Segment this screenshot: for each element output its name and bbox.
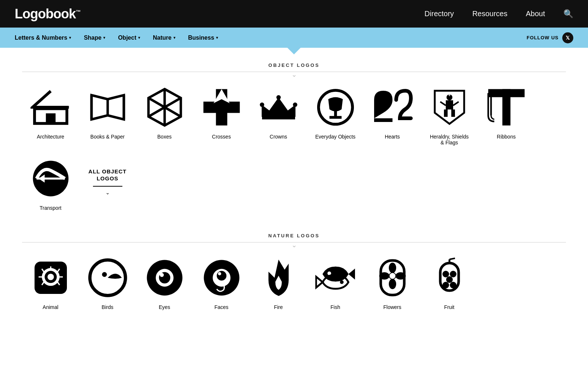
svg-point-48 — [159, 273, 164, 277]
logo-item-architecture[interactable]: Architecture — [22, 85, 79, 145]
transport-label: Transport — [40, 205, 61, 211]
svg-point-58 — [389, 279, 396, 289]
dropdown-arrow: ▾ — [103, 36, 105, 40]
fish-icon — [313, 256, 358, 300]
logo-item-faces[interactable]: Faces — [193, 256, 250, 310]
object-logo-grid: Architecture Books & Paper — [22, 85, 566, 222]
svg-point-13 — [293, 103, 297, 107]
nav-directory[interactable]: Directory — [424, 10, 454, 18]
logo-item-fire[interactable]: Fire — [250, 256, 307, 310]
faces-label: Faces — [214, 304, 228, 310]
everyday-label: Everyday Objects — [315, 134, 356, 140]
svg-rect-2 — [35, 107, 67, 110]
animal-label: Animal — [43, 304, 58, 310]
svg-line-21 — [453, 102, 459, 105]
logo-item-crowns[interactable]: Crowns — [250, 85, 307, 145]
subnav-links: Letters & Numbers ▾ Shape ▾ Object ▾ Nat… — [15, 35, 218, 41]
main-content: OBJECT LOGOS ⌄ Architecture — [0, 48, 588, 336]
boxes-icon — [143, 85, 187, 129]
twitter-button[interactable]: 𝕏 — [562, 32, 573, 43]
svg-point-35 — [47, 274, 54, 280]
logo-item-hearts[interactable]: Hearts — [364, 85, 421, 145]
svg-point-44 — [102, 272, 107, 277]
nav-about[interactable]: About — [526, 10, 545, 18]
logo-item-fruit[interactable]: Fruit — [421, 256, 478, 310]
dropdown-arrow: ▾ — [138, 36, 140, 40]
nav-resources[interactable]: Resources — [472, 10, 508, 18]
flowers-icon — [370, 256, 415, 300]
crosses-label: Crosses — [212, 134, 231, 140]
svg-point-11 — [260, 103, 264, 107]
svg-rect-26 — [488, 89, 524, 97]
all-object-underline — [93, 186, 122, 187]
boxes-label: Boxes — [157, 134, 172, 140]
follow-us-section: FOLLOW US 𝕏 — [527, 32, 573, 43]
dropdown-arrow: ▾ — [216, 36, 218, 40]
object-section-heading: OBJECT LOGOS — [22, 62, 566, 68]
logo-item-eyes[interactable]: Eyes — [136, 256, 193, 310]
dropdown-arrow: ▾ — [69, 36, 71, 40]
eyes-label: Eyes — [159, 304, 170, 310]
svg-rect-1 — [46, 114, 55, 124]
svg-point-12 — [276, 95, 281, 100]
books-icon — [86, 85, 130, 129]
fire-label: Fire — [274, 304, 283, 310]
subnav-business[interactable]: Business ▾ — [188, 35, 218, 41]
subnav-letters[interactable]: Letters & Numbers ▾ — [15, 35, 71, 41]
all-object-label: ALL OBJECTLOGOS — [89, 168, 127, 182]
svg-point-52 — [218, 272, 221, 276]
architecture-label: Architecture — [37, 134, 64, 140]
header: Logobook™ Directory Resources About 🔍 — [0, 0, 588, 28]
svg-point-65 — [442, 271, 449, 277]
header-nav: Directory Resources About 🔍 — [424, 9, 573, 19]
svg-point-66 — [450, 271, 456, 277]
everyday-icon — [313, 85, 358, 129]
nature-section-divider-arrow: ⌄ — [22, 242, 566, 248]
subnav-object[interactable]: Object ▾ — [118, 35, 140, 41]
logo-item-everyday[interactable]: Everyday Objects — [307, 85, 364, 145]
heraldry-label: Heraldry, Shields& Flags — [430, 134, 469, 145]
svg-point-59 — [379, 272, 390, 280]
search-icon[interactable]: 🔍 — [563, 9, 573, 19]
logo-item-birds[interactable]: Birds — [79, 256, 136, 310]
animal-icon — [29, 256, 73, 300]
logo-item-heraldry[interactable]: + Heraldry, Shields& Flags — [421, 85, 478, 145]
flowers-label: Flowers — [383, 304, 401, 310]
svg-point-57 — [389, 263, 396, 273]
hearts-icon — [370, 85, 415, 129]
subnav-nature[interactable]: Nature ▾ — [153, 35, 175, 41]
svg-point-54 — [340, 280, 344, 284]
logo-item-ribbons[interactable]: Ribbons — [478, 85, 535, 145]
books-label: Books & Paper — [90, 134, 125, 140]
svg-rect-9 — [203, 102, 240, 113]
all-object-arrow: ⌄ — [105, 190, 110, 195]
ribbons-label: Ribbons — [497, 134, 516, 140]
svg-point-69 — [450, 282, 456, 288]
logo-item-transport[interactable]: Transport — [22, 157, 79, 211]
object-section-heading-wrap: OBJECT LOGOS ⌄ — [22, 62, 566, 78]
svg-text:+: + — [448, 93, 451, 98]
logo-item-boxes[interactable]: Boxes — [136, 85, 193, 145]
logo-item-crosses[interactable]: Crosses — [193, 85, 250, 145]
twitter-icon: 𝕏 — [566, 35, 570, 41]
subnav-shape[interactable]: Shape ▾ — [84, 35, 105, 41]
logo[interactable]: Logobook™ — [15, 6, 80, 22]
svg-point-67 — [446, 276, 453, 283]
crowns-label: Crowns — [270, 134, 287, 140]
logo-item-fish[interactable]: Fish — [307, 256, 364, 310]
svg-point-60 — [395, 272, 406, 280]
logo-item-flowers[interactable]: Flowers — [364, 256, 421, 310]
fish-label: Fish — [330, 304, 340, 310]
nature-section-heading-wrap: NATURE LOGOS ⌄ — [22, 233, 566, 248]
svg-point-61 — [390, 273, 395, 279]
heraldry-icon: + — [427, 85, 472, 129]
object-section-divider-arrow: ⌄ — [22, 71, 566, 78]
all-object-logos[interactable]: ALL OBJECTLOGOS ⌄ — [79, 157, 136, 211]
svg-rect-22 — [444, 109, 448, 117]
all-object-icon: ALL OBJECTLOGOS ⌄ — [86, 159, 130, 204]
svg-point-68 — [442, 282, 449, 288]
transport-icon — [29, 157, 73, 201]
subnav: Letters & Numbers ▾ Shape ▾ Object ▾ Nat… — [0, 28, 588, 48]
logo-item-books[interactable]: Books & Paper — [79, 85, 136, 145]
logo-item-animal[interactable]: Animal — [22, 256, 79, 310]
